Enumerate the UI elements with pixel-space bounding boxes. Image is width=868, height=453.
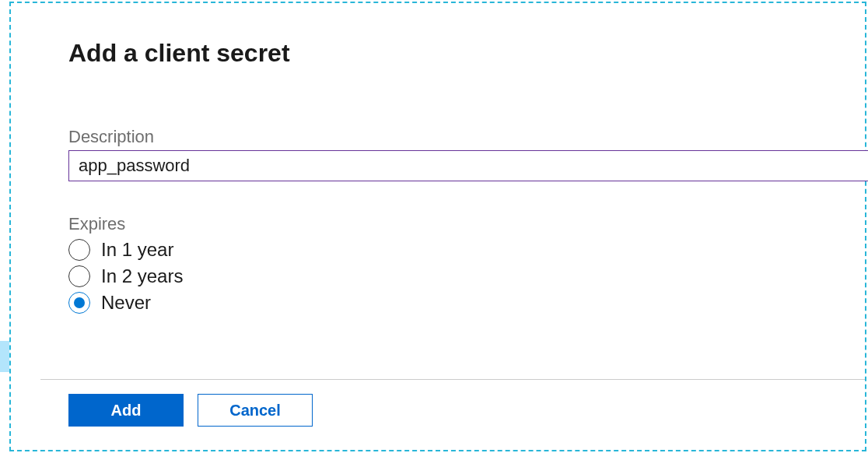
radio-icon — [68, 265, 90, 287]
left-accent-bar — [0, 341, 9, 372]
panel-title: Add a client secret — [68, 39, 865, 68]
radio-label: In 2 years — [101, 265, 183, 287]
form-section: Description Expires In 1 year In 2 years — [68, 127, 865, 314]
selection-frame: Add a client secret Description Expires … — [9, 2, 866, 451]
radio-option-1-year[interactable]: In 1 year — [68, 239, 865, 261]
divider-line — [40, 379, 865, 380]
radio-option-2-years[interactable]: In 2 years — [68, 265, 865, 287]
radio-icon — [68, 239, 90, 261]
radio-icon-selected — [68, 292, 90, 314]
add-button[interactable]: Add — [68, 394, 184, 427]
button-row: Add Cancel — [68, 394, 313, 427]
expires-radio-group: In 1 year In 2 years Never — [68, 239, 865, 314]
radio-label: In 1 year — [101, 239, 173, 261]
expires-section: Expires In 1 year In 2 years N — [68, 214, 865, 314]
description-input[interactable] — [68, 150, 868, 181]
expires-label: Expires — [68, 214, 865, 234]
cancel-button[interactable]: Cancel — [198, 394, 313, 427]
add-client-secret-panel: Add a client secret Description Expires … — [40, 17, 865, 450]
description-label: Description — [68, 127, 865, 147]
radio-dot-icon — [74, 297, 85, 308]
radio-option-never[interactable]: Never — [68, 292, 865, 314]
radio-label: Never — [101, 292, 151, 314]
